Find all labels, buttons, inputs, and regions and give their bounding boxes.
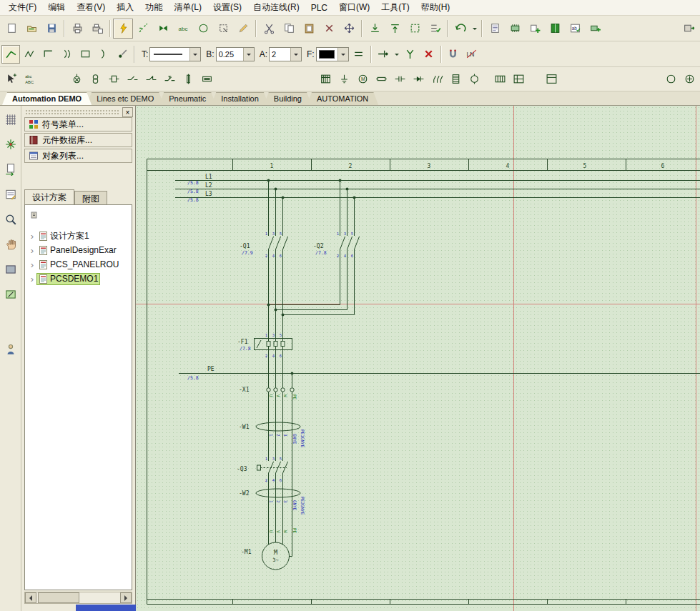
line-width-dropdown-arrow[interactable] — [243, 48, 254, 61]
undo-dropdown-button[interactable] — [470, 19, 479, 39]
plc-module-button[interactable] — [505, 19, 525, 39]
line-number-toggle-button[interactable]: LN — [463, 45, 481, 64]
symbol-text-button[interactable]: abcABC — [20, 70, 39, 89]
symbol-pointer-button[interactable] — [1, 70, 20, 89]
symbol-terminal-row-button[interactable] — [197, 70, 216, 89]
expander-icon[interactable]: › — [29, 274, 36, 284]
conductor-junction-dropdown[interactable] — [393, 44, 401, 64]
pointer-router-button[interactable] — [133, 19, 153, 39]
tree-item-pcsdemo1[interactable]: › PCSDEMO1 — [25, 272, 132, 286]
symbol-coil-button[interactable] — [104, 70, 123, 89]
symbol-transformer-button[interactable] — [86, 70, 104, 89]
scroll-left-button[interactable] — [25, 592, 36, 603]
line-rightangle-button[interactable] — [39, 45, 57, 64]
panel-grip[interactable] — [25, 109, 119, 115]
pen-mode-button[interactable] — [233, 19, 253, 39]
paste-button[interactable] — [299, 19, 319, 39]
circle-mode-button[interactable] — [193, 19, 213, 39]
transfer-up-button[interactable] — [385, 19, 405, 39]
rail-labels[interactable]: L1 L2 L3 PE — [205, 174, 215, 372]
line-type-dropdown-arrow[interactable] — [189, 48, 200, 61]
component-x1[interactable] — [267, 388, 294, 392]
menu-functions[interactable]: 功能 — [139, 0, 168, 16]
expander-icon[interactable]: › — [29, 245, 36, 256]
tree-item-paneldesign[interactable]: › PanelDesignExar — [25, 243, 132, 257]
menu-insert[interactable]: 插入 — [111, 0, 139, 16]
print-button[interactable] — [67, 19, 87, 39]
line-type-select[interactable] — [149, 47, 201, 61]
sheet-tab-pneumatic[interactable]: Pneumatic — [159, 92, 216, 105]
expander-icon[interactable]: › — [29, 231, 36, 242]
sheet-tab-automation[interactable]: AUTOMATION — [307, 92, 378, 105]
transfer-down-button[interactable] — [365, 19, 385, 39]
symbol-plc-button[interactable] — [316, 70, 335, 89]
pan-button[interactable] — [1, 235, 20, 254]
symbol-rack-button[interactable] — [509, 70, 528, 89]
copy-button[interactable] — [279, 19, 299, 39]
menu-settings[interactable]: 设置(S) — [207, 0, 247, 16]
export-button[interactable] — [679, 19, 699, 39]
symbol-contact-no-button[interactable] — [123, 70, 142, 89]
junction-mode-button[interactable] — [153, 19, 173, 39]
symbol-pushbutton-button[interactable] — [160, 70, 179, 89]
menu-lists[interactable]: 清单(L) — [168, 0, 207, 16]
delete-connection-button[interactable] — [420, 45, 438, 64]
new-button[interactable] — [1, 19, 21, 39]
line-width-select[interactable]: 0.25 — [216, 47, 255, 61]
line-doublearc-button[interactable] — [57, 45, 76, 64]
menu-view[interactable]: 查看(V) — [71, 0, 111, 16]
tree-root[interactable] — [25, 209, 132, 229]
fill-color-select[interactable] — [316, 47, 349, 61]
cross-references[interactable]: /5.8 /5.8 /5.8 /5.8 /7.9 /7.8 /7.8 — [187, 180, 327, 381]
symbol-diode-button[interactable] — [409, 70, 428, 89]
symbol-earth-button[interactable] — [335, 70, 353, 89]
menu-window[interactable]: 窗口(W) — [333, 0, 375, 16]
component-w2-cable[interactable] — [256, 489, 300, 497]
symbol-contact-nc-button[interactable] — [142, 70, 160, 89]
text-mode-button[interactable]: abc — [173, 19, 193, 39]
delete-button[interactable] — [319, 19, 339, 39]
solder-point-button[interactable] — [113, 45, 132, 64]
drawing-canvas[interactable]: 1 2 3 4 5 6 — [136, 106, 700, 611]
menu-tools[interactable]: 工具(T) — [375, 0, 415, 16]
cut-button[interactable] — [259, 19, 279, 39]
component-database-panel-button[interactable]: 元件数据库... — [24, 133, 132, 147]
parallel-lines-button[interactable] — [350, 45, 368, 64]
symbol-socket-button[interactable] — [465, 70, 483, 89]
line-polyline-button[interactable] — [1, 45, 20, 64]
component-w1-cable[interactable] — [256, 422, 300, 431]
pointer-electrical-button[interactable] — [113, 19, 133, 39]
symbol-circle-plus-button[interactable] — [680, 70, 699, 89]
object-list-button[interactable] — [425, 19, 445, 39]
undo-button[interactable] — [450, 19, 470, 39]
sheet-tab-automation-demo[interactable]: Automation DEMO — [2, 92, 92, 105]
object-list-panel-button[interactable]: 对象列表... — [24, 149, 132, 163]
tree-hscrollbar[interactable] — [24, 592, 132, 604]
symbol-terminal-strip-button[interactable] — [491, 70, 509, 89]
menu-help[interactable]: 帮助(H) — [415, 0, 456, 16]
panel-close-button[interactable]: × — [122, 107, 133, 117]
page-list-button[interactable] — [485, 19, 505, 39]
component-m1-motor[interactable] — [262, 542, 290, 570]
grid-table-button[interactable] — [1, 110, 20, 129]
arrow-dropdown-arrow[interactable] — [290, 48, 301, 61]
component-labels[interactable]: -Q1 -Q2 -F1 -X1 -W1 -Q3 -W2 -M1 — [237, 243, 324, 555]
save-button[interactable] — [41, 19, 61, 39]
symbol-resistor-button[interactable] — [372, 70, 390, 89]
goto-page-button[interactable] — [1, 160, 20, 179]
symbol-circle-button[interactable] — [661, 70, 680, 89]
draw-area-button[interactable] — [1, 285, 20, 304]
scrollbar-track[interactable] — [36, 592, 120, 603]
monitor-view-button[interactable] — [1, 260, 20, 279]
fill-color-dropdown-arrow[interactable] — [337, 48, 348, 61]
arrow-select[interactable]: 2 — [269, 47, 302, 61]
scroll-right-button[interactable] — [120, 592, 132, 603]
tree-item-pcs-panelrou[interactable]: › PCS_PANELROU — [25, 257, 132, 272]
area-mode-button[interactable] — [213, 19, 233, 39]
menu-edit[interactable]: 编辑 — [42, 0, 71, 16]
open-button[interactable] — [21, 19, 41, 39]
symbol-rectangle-large-button[interactable] — [542, 70, 561, 89]
sheet-tab-lines-etc-demo[interactable]: Lines etc DEMO — [87, 92, 164, 105]
move-button[interactable] — [339, 19, 359, 39]
sheet-tab-installation[interactable]: Installation — [211, 92, 269, 105]
